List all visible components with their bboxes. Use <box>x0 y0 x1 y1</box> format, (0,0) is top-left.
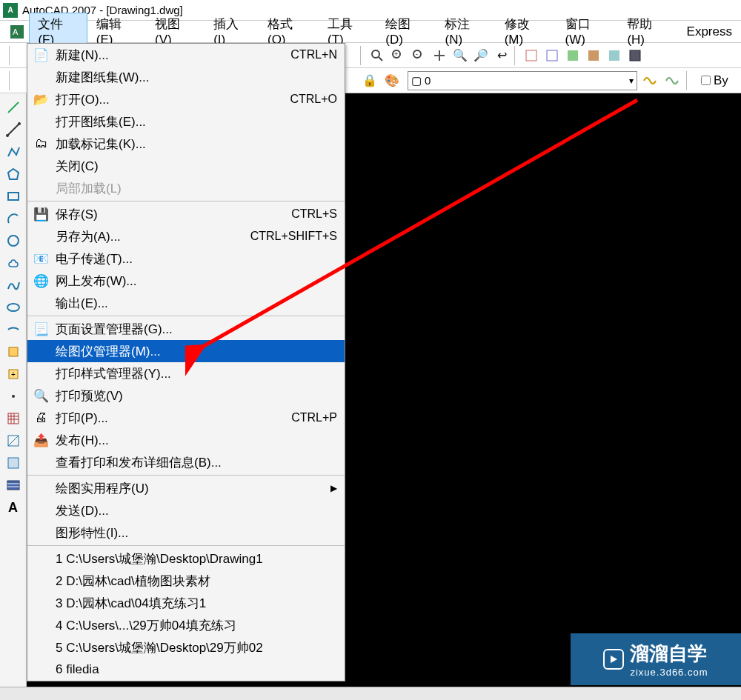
submenu-arrow-icon: ▶ <box>330 483 337 493</box>
rectangle-icon[interactable] <box>4 188 23 204</box>
menu-new-sheet-set[interactable]: 新建图纸集(W)... <box>27 66 345 88</box>
bylayer-checkbox[interactable]: By <box>701 73 728 88</box>
region-icon[interactable] <box>4 455 23 471</box>
menu-page-setup[interactable]: 📃页面设置管理器(G)... <box>27 318 345 340</box>
menu-partial-load: 局部加载(L) <box>27 177 345 199</box>
menu-web-publish[interactable]: 🌐网上发布(W)... <box>27 270 345 292</box>
polyline-icon[interactable] <box>4 144 23 160</box>
publish-icon: 📤 <box>32 432 50 448</box>
menu-drawing-utilities[interactable]: 绘图实用程序(U)▶ <box>27 477 345 499</box>
app-icon: A <box>3 3 18 18</box>
svg-rect-9 <box>547 50 557 61</box>
svg-rect-34 <box>7 481 19 490</box>
layer-previous-icon[interactable] <box>662 71 682 90</box>
ellipse-arc-icon[interactable] <box>4 321 23 338</box>
menu-publish[interactable]: 📤发布(H)... <box>27 429 345 451</box>
svg-line-3 <box>379 57 382 61</box>
svg-rect-10 <box>568 50 578 61</box>
properties-icon[interactable] <box>522 46 541 65</box>
menu-window[interactable]: 窗口(W) <box>556 13 619 50</box>
menu-plot-style-manager[interactable]: 打印样式管理器(Y)... <box>27 362 345 384</box>
make-block-icon[interactable]: + <box>4 366 23 382</box>
print-preview-icon: 🔍 <box>32 387 50 404</box>
menu-etransmit[interactable]: 📧电子传递(T)... <box>27 247 345 270</box>
svg-rect-33 <box>8 458 19 468</box>
svg-point-21 <box>7 304 19 311</box>
menu-close[interactable]: 关闭(C) <box>27 155 345 177</box>
zoom-in-icon[interactable]: + <box>388 46 408 65</box>
menu-recent-2[interactable]: 2 D:\园林\cad\植物图块素材 <box>27 570 345 592</box>
svg-rect-12 <box>609 50 619 61</box>
table-icon[interactable] <box>4 477 23 493</box>
zoom-prev-icon[interactable]: ↩ <box>492 46 511 65</box>
menu-print-preview[interactable]: 🔍打印预览(V) <box>27 384 345 407</box>
svg-line-14 <box>8 102 19 113</box>
svg-point-25 <box>12 395 15 398</box>
bylayer-label: By <box>714 73 728 88</box>
layer-lock-icon[interactable]: 🔒 <box>360 71 379 90</box>
search-icon[interactable] <box>368 46 387 65</box>
web-icon: 🌐 <box>32 273 50 289</box>
chevron-down-icon: ▾ <box>629 76 634 86</box>
insert-block-icon[interactable] <box>4 344 23 360</box>
zoom-realtime-icon[interactable]: 🔍 <box>451 46 470 65</box>
svg-rect-19 <box>8 193 19 200</box>
menu-draw[interactable]: 绘图(D) <box>376 13 436 50</box>
spline-icon[interactable] <box>4 277 23 293</box>
menu-annotate[interactable]: 标注(N) <box>436 13 495 50</box>
menu-express[interactable]: Express <box>678 21 741 42</box>
layer-combo[interactable]: ▢ 0 ▾ <box>408 71 637 90</box>
save-icon: 💾 <box>32 206 50 222</box>
menu-plotter-manager[interactable]: 绘图仪管理器(M)... <box>27 340 345 362</box>
construction-line-icon[interactable] <box>4 121 23 138</box>
markup-icon[interactable] <box>605 46 624 65</box>
menu-open-sheet-set[interactable]: 打开图纸集(E)... <box>27 110 345 133</box>
svg-text:A: A <box>13 27 19 36</box>
revcloud-icon[interactable] <box>4 255 23 271</box>
circle-icon[interactable] <box>4 233 23 249</box>
menu-recent-1[interactable]: 1 C:\Users\城堡瀚\Desktop\Drawing1 <box>27 547 345 570</box>
menu-send[interactable]: 发送(D)... <box>27 499 345 521</box>
sheet-set-icon[interactable] <box>584 46 603 65</box>
polygon-icon[interactable] <box>4 166 23 182</box>
menu-recent-5[interactable]: 5 C:\Users\城堡瀚\Desktop\29万帅02 <box>27 636 345 659</box>
menu-help[interactable]: 帮助(H) <box>618 13 677 50</box>
layer-color-icon[interactable]: 🎨 <box>382 71 402 90</box>
pan-icon[interactable] <box>430 46 449 65</box>
bylayer-check[interactable] <box>701 76 711 85</box>
page-setup-icon: 📃 <box>32 321 50 337</box>
arc-icon[interactable] <box>4 210 23 227</box>
svg-line-32 <box>8 436 19 446</box>
menu-open[interactable]: 📂打开(O)...CTRL+O <box>27 88 345 110</box>
menu-drawing-properties[interactable]: 图形特性(I)... <box>27 521 345 544</box>
menu-new[interactable]: 📄新建(N)...CTRL+N <box>27 44 345 66</box>
watermark: 溜溜自学 zixue.3d66.com <box>571 633 741 685</box>
menu-recent-6[interactable]: 6 filedia <box>27 659 345 681</box>
svg-text:-: - <box>416 50 418 58</box>
design-center-icon[interactable] <box>542 46 562 65</box>
menu-save[interactable]: 💾保存(S)CTRL+S <box>27 203 345 225</box>
point-icon[interactable] <box>4 388 23 404</box>
menu-export[interactable]: 输出(E)... <box>27 292 345 314</box>
svg-point-17 <box>18 122 21 125</box>
menu-print-details[interactable]: 查看打印和发布详细信息(B)... <box>27 451 345 473</box>
svg-marker-18 <box>8 169 19 179</box>
menu-recent-4[interactable]: 4 C:\Users\...\29万帅04填充练习 <box>27 614 345 636</box>
layer-states-icon[interactable] <box>640 71 659 90</box>
menu-recent-3[interactable]: 3 D:\园林\cad\04填充练习1 <box>27 592 345 614</box>
tool-palette-icon[interactable] <box>563 46 582 65</box>
line-icon[interactable] <box>4 99 23 116</box>
menu-print[interactable]: 🖨打印(P)...CTRL+P <box>27 407 345 429</box>
text-icon[interactable]: A <box>4 499 23 516</box>
gradient-icon[interactable] <box>4 433 23 449</box>
quickcalc-icon[interactable] <box>625 46 645 65</box>
zoom-window-icon[interactable]: 🔎 <box>471 46 491 65</box>
menu-load-markup[interactable]: 🗂加载标记集(K)... <box>27 133 345 155</box>
layer-name: 0 <box>425 74 431 87</box>
status-bar <box>0 687 741 700</box>
zoom-out-icon[interactable]: - <box>409 46 428 65</box>
menu-modify[interactable]: 修改(M) <box>496 13 556 50</box>
menu-save-as[interactable]: 另存为(A)...CTRL+SHIFT+S <box>27 225 345 247</box>
hatch-icon[interactable] <box>4 410 23 427</box>
ellipse-icon[interactable] <box>4 299 23 316</box>
